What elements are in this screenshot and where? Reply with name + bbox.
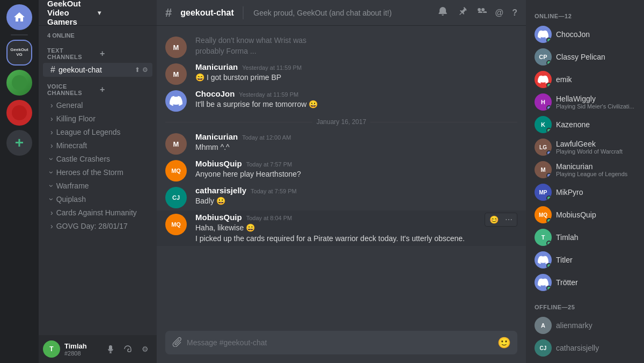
channel-item-geekout-chat[interactable]: # geekout-chat ⬆ ⚙ — [43, 63, 152, 77]
members-icon[interactable] — [476, 6, 487, 19]
member-activity: Playing World of Warcraft — [556, 148, 635, 155]
member-item-kazenone[interactable]: K Kazenone — [530, 114, 640, 135]
member-item-mobiusquip[interactable]: MQ MobiusQuip — [530, 204, 640, 226]
voice-channel-killing-floor[interactable]: › Killing Floor — [43, 112, 152, 125]
message-text: 😄 I got burston prime BP — [195, 72, 517, 83]
header-actions: @ ? — [437, 6, 517, 19]
server-icon-geekout[interactable]: GeekOutVG — [6, 40, 32, 66]
message-group: M Manicurian Yesterday at 11:59 PM 😄 I g… — [157, 60, 526, 87]
member-item-classy-pelican[interactable]: CP Classy Pelican — [530, 46, 640, 68]
settings-icon[interactable]: ⚙ — [142, 66, 148, 74]
server-icon-green[interactable] — [6, 70, 32, 96]
member-item-titler[interactable]: Titler — [530, 249, 640, 271]
avatar: M — [165, 133, 187, 155]
offline-members-header: OFFLINE—25 — [530, 300, 640, 313]
voice-channel-cards[interactable]: › Cards Against Humanity — [43, 206, 152, 219]
status-indicator — [546, 128, 552, 133]
upload-icon[interactable]: ⬆ — [135, 66, 140, 74]
member-name: MikPyro — [556, 188, 635, 197]
member-info: HellaWiggly Playing Sid Meier's Civiliza… — [556, 95, 635, 110]
voice-expand-icon: › — [47, 171, 56, 174]
message-author: ChocoJon — [195, 89, 235, 98]
messages-area[interactable]: M Really don't know what Wrist wasprobab… — [157, 26, 526, 331]
member-name: Classy Pelican — [556, 53, 635, 61]
help-icon[interactable]: ? — [512, 8, 517, 18]
server-icon-red[interactable] — [6, 100, 32, 126]
add-reaction-button[interactable]: 😊 — [487, 214, 501, 225]
pin-icon[interactable] — [457, 6, 467, 19]
member-name: Timlah — [556, 233, 635, 242]
message-text: Anyone here play Hearthstone? — [195, 169, 517, 180]
deafen-button[interactable] — [120, 342, 135, 357]
member-avatar — [535, 71, 552, 88]
user-name: Timlah — [64, 342, 103, 350]
status-indicator — [546, 38, 552, 43]
voice-channel-warframe[interactable]: › Warframe — [43, 179, 152, 192]
message-author: MobiusQuip — [195, 159, 242, 168]
member-item-lawfulgeek[interactable]: LG LawfulGeek Playing World of Warcraft — [530, 136, 640, 158]
more-actions-button[interactable]: ⋯ — [503, 214, 515, 225]
message-header: Manicurian Yesterday at 11:59 PM — [195, 62, 517, 71]
voice-channel-name: Killing Floor — [56, 114, 96, 123]
server-name-bar[interactable]: GeekOut Video Gamers ▾ — [39, 0, 157, 26]
voice-expand-icon: › — [50, 114, 53, 123]
voice-channel-name: Cards Against Humanity — [56, 208, 137, 217]
add-voice-channel-button[interactable]: + — [100, 85, 152, 95]
member-avatar: T — [535, 229, 552, 246]
member-item-manicurian[interactable]: M Manicurian Playing League of Legends — [530, 159, 640, 180]
voice-channel-govg-day[interactable]: › GOVG Day: 28/01/17 — [43, 220, 152, 233]
voice-channel-name: Minecraft — [56, 141, 87, 150]
home-server-icon[interactable] — [6, 4, 32, 30]
message-content: Manicurian Yesterday at 11:59 PM 😄 I got… — [195, 62, 517, 85]
add-text-channel-button[interactable]: + — [100, 49, 152, 59]
member-info: MobiusQuip — [556, 210, 635, 219]
voice-channel-castle-crashers[interactable]: › Castle Crashers — [43, 153, 152, 165]
voice-channel-general[interactable]: › General — [43, 99, 152, 112]
mention-icon[interactable]: @ — [495, 8, 504, 18]
member-avatar: MQ — [535, 206, 552, 223]
channel-actions: ⬆ ⚙ — [135, 66, 148, 74]
message-group: CJ catharsisjelly Today at 7:59 PM Badly… — [157, 184, 526, 210]
member-avatar — [535, 26, 552, 43]
avatar — [165, 90, 187, 112]
member-item-chocojón[interactable]: ChocoJon — [530, 24, 640, 45]
attach-icon[interactable] — [172, 336, 182, 350]
message-time: Today at 8:04 PM — [246, 215, 292, 221]
member-activity: Playing League of Legends — [556, 171, 635, 177]
server-divider — [11, 34, 28, 35]
member-item-emik[interactable]: emik — [530, 69, 640, 90]
divider-line — [370, 122, 517, 122]
message-input[interactable] — [187, 338, 497, 347]
member-item-hellawiggly[interactable]: H HellaWiggly Playing Sid Meier's Civili… — [530, 91, 640, 113]
member-info: emik — [556, 75, 635, 84]
message-header: Manicurian Today at 12:00 AM — [195, 132, 517, 141]
member-avatar — [535, 251, 552, 268]
message-text: Badly 😀 — [195, 196, 517, 207]
voice-channel-heroes[interactable]: › Heroes of the Storm — [43, 166, 152, 179]
member-info: Trötter — [556, 278, 635, 287]
member-item-catharsisjelly[interactable]: CJ catharsisjelly — [530, 337, 640, 359]
voice-channel-quiplash[interactable]: › Quiplash — [43, 193, 152, 206]
user-settings-button[interactable]: ⚙ — [137, 342, 152, 357]
voice-channel-name: Castle Crashers — [56, 155, 110, 163]
bell-icon[interactable] — [437, 6, 448, 19]
voice-expand-icon: › — [50, 208, 53, 217]
add-server-button[interactable]: + — [6, 130, 32, 156]
hash-icon: # — [50, 65, 55, 75]
voice-expand-icon: › — [50, 222, 53, 230]
member-info: Kazenone — [556, 120, 635, 129]
voice-expand-icon: › — [47, 185, 56, 187]
mute-button[interactable] — [103, 342, 118, 357]
header-separator: │ — [240, 6, 247, 19]
member-item-mikpyro[interactable]: MP MikPyro — [530, 182, 640, 203]
member-item-timlah[interactable]: T Timlah — [530, 227, 640, 248]
status-indicator — [546, 195, 552, 201]
voice-channel-minecraft[interactable]: › Minecraft — [43, 139, 152, 152]
member-name: ChocoJon — [556, 30, 635, 39]
member-item-alienmarky[interactable]: A alienmarky — [530, 315, 640, 336]
voice-channel-league-of-legends[interactable]: › League of Legends — [43, 126, 152, 139]
member-info: ChocoJon — [556, 30, 635, 39]
member-item-trotter[interactable]: Trötter — [530, 272, 640, 293]
message-input-wrapper: 🙂 — [165, 331, 517, 354]
emoji-picker-button[interactable]: 🙂 — [497, 336, 511, 349]
